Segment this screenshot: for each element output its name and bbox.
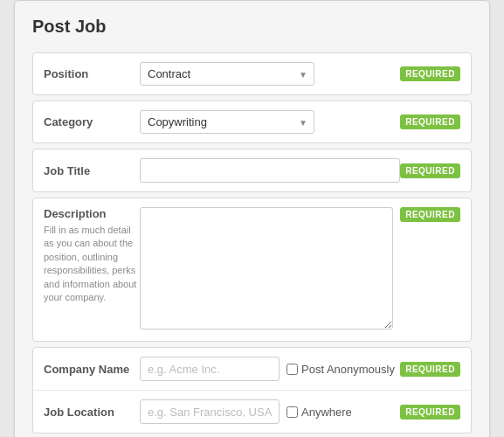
company-name-required-badge: REQUIRED <box>400 362 460 377</box>
description-inner: Description Fill in as much detail as yo… <box>33 198 471 341</box>
position-select[interactable]: Contract Full-time Part-time Freelance <box>140 62 314 86</box>
position-row: Position Contract Full-time Part-time Fr… <box>33 53 471 94</box>
job-location-control: Anywhere <box>140 399 400 424</box>
description-textarea-wrapper <box>140 207 393 332</box>
bottom-section: Company Name Post Anonymously REQUIRED J… <box>32 347 472 434</box>
post-anonymously-label[interactable]: Post Anonymously <box>287 363 395 376</box>
job-title-label: Job Title <box>44 164 140 177</box>
job-title-input[interactable] <box>140 158 400 183</box>
category-required-badge: REQUIRED <box>400 114 460 129</box>
position-section: Position Contract Full-time Part-time Fr… <box>32 52 472 95</box>
company-name-control: Post Anonymously <box>140 357 400 381</box>
description-label-group: Description Fill in as much detail as yo… <box>44 207 140 332</box>
post-job-card: Post Job Position Contract Full-time Par… <box>14 0 490 437</box>
job-title-row: Job Title REQUIRED <box>33 149 471 191</box>
anywhere-label[interactable]: Anywhere <box>287 406 352 419</box>
job-title-control <box>140 158 400 183</box>
post-anonymously-text: Post Anonymously <box>301 363 395 376</box>
description-section: Description Fill in as much detail as yo… <box>32 198 472 342</box>
job-location-row: Job Location Anywhere REQUIRED <box>33 391 471 433</box>
position-control: Contract Full-time Part-time Freelance ▼ <box>140 62 400 86</box>
description-textarea[interactable] <box>140 207 393 329</box>
category-label: Category <box>44 115 140 128</box>
company-name-label: Company Name <box>44 363 140 376</box>
category-select-wrapper: Copywriting Design Development Marketing… <box>140 110 314 134</box>
description-label: Description <box>44 207 140 220</box>
job-location-label: Job Location <box>44 406 140 419</box>
post-anonymously-checkbox[interactable] <box>287 364 298 375</box>
description-hint: Fill in as much detail as you can about … <box>44 224 140 304</box>
job-location-required-badge: REQUIRED <box>400 405 460 420</box>
category-section: Category Copywriting Design Development … <box>32 101 472 143</box>
category-select[interactable]: Copywriting Design Development Marketing <box>140 110 314 134</box>
job-title-required-badge: REQUIRED <box>400 163 460 178</box>
position-required-badge: REQUIRED <box>400 66 460 81</box>
anywhere-text: Anywhere <box>301 406 352 419</box>
page-title: Post Job <box>32 17 472 37</box>
position-label: Position <box>44 67 140 80</box>
description-required-badge: REQUIRED <box>400 207 460 222</box>
company-name-row: Company Name Post Anonymously REQUIRED <box>33 348 471 391</box>
position-select-wrapper: Contract Full-time Part-time Freelance ▼ <box>140 62 314 86</box>
anywhere-checkbox[interactable] <box>287 406 298 418</box>
category-row: Category Copywriting Design Development … <box>33 101 471 142</box>
job-location-input[interactable] <box>140 399 280 424</box>
job-title-section: Job Title REQUIRED <box>32 149 472 192</box>
category-control: Copywriting Design Development Marketing… <box>140 110 400 134</box>
company-name-input[interactable] <box>140 357 280 381</box>
